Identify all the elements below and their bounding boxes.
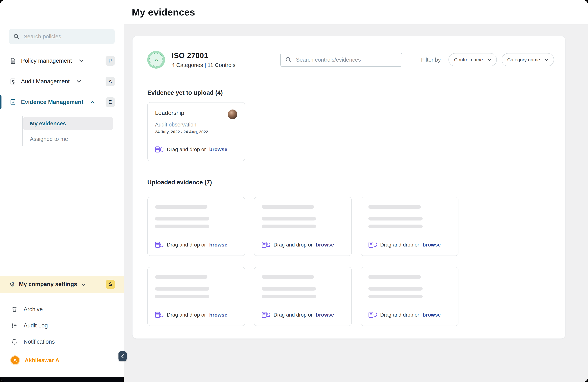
shortcut-badge: P: [105, 56, 115, 66]
upload-dropzone[interactable]: Drag and drop or browse: [262, 241, 344, 248]
skeleton-bar: [155, 225, 209, 228]
controls-search-input[interactable]: [295, 56, 397, 63]
sidebar-item-my-evidences[interactable]: My evidences: [23, 117, 113, 130]
search-icon: [13, 33, 20, 40]
skeleton-bar: [155, 287, 209, 290]
control-subtitle: Audit observation: [155, 122, 237, 128]
sidebar-item-audit-log[interactable]: Audit Log: [0, 318, 124, 334]
user-profile[interactable]: A Akhileswar A: [0, 352, 124, 368]
chevron-down-icon: [487, 58, 491, 61]
app-window: Policy management P Audit Management A: [0, 0, 588, 382]
browse-link[interactable]: browse: [209, 147, 227, 153]
search-icon: [285, 57, 292, 63]
skeleton-bar: [262, 275, 314, 279]
gear-icon: ⚙: [10, 281, 15, 287]
trash-icon: [11, 306, 18, 313]
drag-drop-text: Drag and drop or: [273, 312, 313, 318]
upload-document-icon: [368, 241, 377, 248]
dropdown-label: Control name: [454, 57, 483, 63]
shortcut-badge: S: [106, 280, 115, 289]
sidebar: Policy management P Audit Management A: [0, 0, 124, 382]
policy-document-icon: [10, 57, 16, 64]
skeleton-bar: [262, 295, 316, 298]
framework-meta: 4 Categories | 11 Controls: [172, 62, 235, 68]
sidebar-item-archive[interactable]: Archive: [0, 301, 124, 318]
sidebar-collapse-button[interactable]: [119, 351, 126, 361]
section-title-pending: Evidence yet to upload (4): [147, 89, 554, 96]
skeleton-bar: [262, 217, 316, 221]
upload-document-icon: [155, 311, 164, 319]
section-title-uploaded: Uploaded evidence (7): [147, 179, 554, 186]
uploaded-evidence-card: Drag and drop or browse: [254, 197, 352, 256]
upload-dropzone[interactable]: Drag and drop or browse: [368, 311, 451, 319]
skeleton-bar: [368, 287, 423, 290]
upload-dropzone[interactable]: Drag and drop or browse: [262, 311, 344, 319]
page-header: My evidences: [124, 0, 588, 24]
framework-card: ISO ISO 27001 4 Categories | 11 Controls…: [132, 36, 566, 339]
skeleton-bar: [262, 205, 314, 209]
drag-drop-text: Drag and drop or: [167, 147, 206, 153]
chevron-down-icon[interactable]: [79, 59, 84, 62]
footer-item-label: Notifications: [24, 339, 55, 345]
control-title: Leadership: [155, 110, 184, 116]
sidebar-item-notifications[interactable]: Notifications: [0, 334, 124, 350]
card-divider: [368, 236, 451, 236]
pending-evidence-card[interactable]: Leadership Audit observation 24 July, 20…: [147, 102, 245, 161]
browse-link[interactable]: browse: [423, 242, 441, 248]
sidebar-item-policy-management[interactable]: Policy management P: [0, 53, 124, 69]
pending-card-top: Leadership: [155, 110, 237, 119]
sidebar-item-assigned-to-me[interactable]: Assigned to me: [23, 132, 113, 146]
page-title: My evidences: [132, 7, 195, 18]
list-icon: [11, 322, 18, 329]
sidebar-search-input[interactable]: [23, 33, 110, 40]
bell-icon: [11, 339, 18, 345]
sidebar-item-evidence-management[interactable]: Evidence Management E: [0, 94, 124, 110]
uploaded-evidence-card: Drag and drop or browse: [361, 267, 459, 326]
controls-search[interactable]: [280, 53, 402, 67]
chevron-up-icon[interactable]: [90, 101, 95, 104]
footer-item-label: Audit Log: [24, 322, 48, 329]
upload-document-icon: [262, 311, 270, 319]
upload-dropzone[interactable]: Drag and drop or browse: [155, 241, 237, 248]
chevron-down-icon[interactable]: [81, 281, 86, 288]
skeleton-bar: [368, 225, 423, 228]
upload-dropzone[interactable]: Drag and drop or browse: [368, 241, 451, 248]
uploaded-evidence-card: Drag and drop or browse: [254, 267, 352, 326]
card-divider: [155, 236, 237, 236]
evidence-management-sublist: My evidences Assigned to me: [22, 116, 113, 146]
skeleton-bar: [155, 275, 208, 279]
sidebar-item-company-settings[interactable]: ⚙ My company settings S: [0, 276, 124, 293]
uploaded-evidence-card: Drag and drop or browse: [361, 197, 459, 256]
skeleton-bar: [368, 205, 421, 209]
card-divider: [155, 140, 237, 140]
browse-link[interactable]: browse: [316, 312, 334, 318]
chevron-down-icon[interactable]: [77, 80, 81, 83]
control-name-dropdown[interactable]: Control name: [448, 53, 497, 66]
sidebar-item-label: Evidence Management: [21, 99, 84, 105]
evidence-document-icon: [10, 99, 16, 105]
user-name: Akhileswar A: [25, 357, 59, 363]
skeleton-bar: [368, 295, 423, 298]
card-divider: [368, 306, 451, 306]
sidebar-nav: Policy management P Audit Management A: [0, 53, 124, 146]
company-settings-label: My company settings: [19, 281, 77, 287]
sidebar-search[interactable]: [9, 29, 115, 44]
card-divider: [155, 306, 237, 306]
control-date-range: 24 July, 2022 - 24 Aug, 2022: [155, 130, 237, 134]
browse-link[interactable]: browse: [209, 242, 227, 248]
sidebar-bottom-bar: [0, 377, 124, 382]
upload-dropzone[interactable]: Drag and drop or browse: [155, 311, 237, 319]
category-name-dropdown[interactable]: Category name: [502, 53, 554, 66]
drag-drop-text: Drag and drop or: [380, 312, 419, 318]
browse-link[interactable]: browse: [423, 312, 441, 318]
skeleton-bar: [368, 217, 423, 221]
upload-dropzone[interactable]: Drag and drop or browse: [155, 146, 237, 153]
sidebar-spacer: [0, 146, 124, 276]
sidebar-divider: [0, 298, 124, 298]
upload-document-icon: [368, 311, 377, 319]
browse-link[interactable]: browse: [316, 242, 334, 248]
browse-link[interactable]: browse: [209, 312, 227, 318]
sidebar-item-audit-management[interactable]: Audit Management A: [0, 73, 124, 90]
framework-name: ISO 27001: [172, 51, 235, 60]
skeleton-bar: [155, 217, 209, 221]
